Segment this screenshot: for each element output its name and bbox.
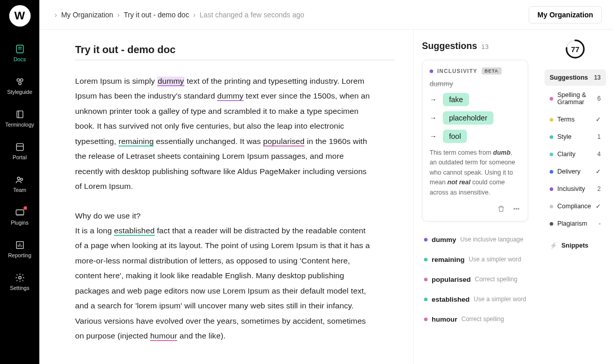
score-value: 77 [565,39,585,59]
app-logo[interactable]: W [9,5,31,27]
replacement-chip[interactable]: fake [443,93,469,106]
chevron-right-icon: › [117,11,120,19]
title-divider [75,60,395,60]
suggestion-word: remaining [432,256,465,263]
category-dot [424,278,428,281]
doc-title[interactable]: Try it out - demo doc [75,44,395,56]
nav-plugins[interactable]: Plugins [0,200,39,233]
replacement-chip[interactable]: placeholder [443,111,493,125]
editor[interactable]: Try it out - demo doc Lorem Ipsum is sim… [39,30,413,364]
category-row[interactable]: Style1 [545,129,606,145]
suggestions-count: 13 [481,43,488,51]
svg-point-3 [17,79,19,81]
suggestion-row[interactable]: humourCorrect spelling [422,309,528,329]
suggestion-card[interactable]: INCLUSIVITY BETA dummy →fake →placeholde… [422,60,528,222]
suggestion-row[interactable]: popularisedCorrect spelling [422,270,528,289]
suggestions-panel: Suggestions 13 INCLUSIVITY BETA dummy →f… [413,30,538,364]
replacement-option[interactable]: →fool [430,130,521,143]
category-dot [550,222,553,226]
category-row[interactable]: Inclusivity2 [545,181,606,197]
nav-label: Settings [10,285,30,291]
snippets-button[interactable]: Snippets [545,237,606,254]
category-dot [424,318,428,321]
category-count: 1 [597,133,601,140]
category-label: Compliance [557,203,591,210]
check-icon [596,168,601,175]
breadcrumb-status: Last changed a few seconds ago [200,11,304,19]
svg-point-18 [18,277,21,279]
doc-body[interactable]: Lorem Ipsum is simply dummy text of the … [75,74,371,343]
check-icon [596,116,601,123]
replacement-chip[interactable]: fool [443,130,467,143]
category-row[interactable]: Compliance [545,198,606,214]
nav-label: Portal [13,154,27,160]
category-dot [424,258,428,261]
svg-point-4 [20,79,22,81]
replacement-option[interactable]: →placeholder [430,111,521,125]
nav-reporting[interactable]: Reporting [0,233,39,265]
nav-label: Terminology [5,122,34,128]
trash-icon[interactable] [497,205,505,215]
category-dot [550,118,553,122]
beta-badge: BETA [482,67,502,75]
category-label: Delivery [557,168,580,175]
category-row[interactable]: Terms [545,111,606,128]
sidebar: W Docs Styleguide Terminology Portal Tea… [0,0,39,364]
suggestion-word: popularised [432,276,471,283]
svg-point-10 [17,177,20,180]
suggestion-row[interactable]: remainingUse a simpler word [422,250,528,270]
settings-icon [15,273,25,283]
category-dot [550,135,553,139]
suggestion-row[interactable]: dummyUse inclusive language [422,230,528,250]
svg-rect-8 [16,143,23,150]
category-count: 6 [597,95,601,102]
svg-point-5 [18,82,21,85]
category-count: - [599,220,601,227]
nav-docs[interactable]: Docs [0,37,39,69]
nav-team[interactable]: Team [0,167,39,200]
suggestion-word: established [432,296,469,303]
nav-label: Plugins [11,220,28,226]
topbar: › My Organization › Try it out - demo do… [39,0,613,30]
replacement-option[interactable]: →fake [430,93,521,106]
suggestion-hint: Correct spelling [461,316,504,323]
nav-terminology[interactable]: Terminology [0,102,39,135]
category-label: Spelling & Grammar [557,91,597,106]
svg-point-20 [516,208,517,209]
category-row[interactable]: Plagiarism- [545,215,606,232]
category-dot [550,153,553,156]
category-count: 4 [597,151,601,158]
category-row[interactable]: Spelling & Grammar6 [545,87,606,110]
score-circle[interactable]: 77 [565,39,585,59]
more-icon[interactable] [512,205,521,215]
category-header[interactable]: Suggestions 13 [545,69,606,86]
svg-point-21 [518,208,519,209]
nav-settings[interactable]: Settings [0,265,39,298]
nav-portal[interactable]: Portal [0,135,39,167]
nav-label: Docs [14,56,26,62]
nav-styleguide[interactable]: Styleguide [0,69,39,102]
breadcrumb-org[interactable]: My Organization [61,11,113,19]
suggestion-row[interactable]: establishedUse a simpler word [422,289,528,309]
category-row[interactable]: Delivery [545,163,606,180]
category-dot [550,187,553,191]
category-dot [550,97,553,101]
category-dot [424,238,428,241]
suggestion-hint: Use inclusive language [460,236,523,243]
category-label: Clarity [557,151,575,158]
nav-label: Team [13,187,27,193]
suggestion-hint: Correct spelling [475,276,517,283]
category-row[interactable]: Clarity4 [545,146,606,162]
suggestion-hint: Use a simpler word [474,296,526,303]
styleguide-icon [15,77,25,87]
arrow-right-icon: → [430,132,437,140]
nav-label: Reporting [8,252,32,258]
category-label: INCLUSIVITY [437,68,478,74]
suggestions-title: Suggestions 13 [422,41,528,52]
arrow-right-icon: → [430,114,437,122]
category-label: Style [557,133,572,140]
breadcrumb-doc[interactable]: Try it out - demo doc [124,11,189,19]
svg-rect-12 [16,210,23,215]
suggestion-hint: Use a simpler word [469,256,522,263]
org-switcher-button[interactable]: My Organization [529,6,602,23]
